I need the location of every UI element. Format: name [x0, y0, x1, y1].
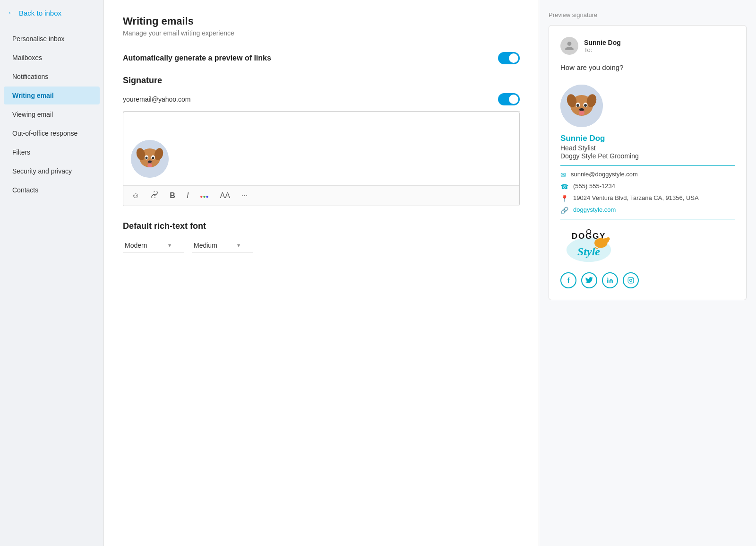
main-content: Writing emails Manage your email writing… — [104, 0, 539, 546]
font-style-label: Modern — [125, 242, 147, 249]
svg-point-32 — [632, 278, 633, 279]
sender-to: To: — [584, 46, 621, 53]
signature-email: youremail@yahoo.com — [123, 95, 190, 103]
more-button[interactable]: ··· — [240, 191, 249, 201]
email-icon: ✉ — [560, 171, 566, 179]
location-icon: 📍 — [560, 195, 568, 202]
sig-address-value: 19024 Ventura Blvd, Tarzana CA, 91356, U… — [573, 194, 699, 201]
emoji-button[interactable]: ☺ — [130, 191, 141, 201]
sender-info: Sunnie Dog To: — [584, 39, 621, 53]
sig-dog-image — [560, 85, 603, 127]
facebook-letter: f — [567, 277, 570, 284]
phone-icon: ☎ — [560, 183, 568, 191]
svg-point-18 — [584, 104, 587, 107]
font-size-button[interactable]: AA — [218, 191, 232, 201]
page-subtitle: Manage your email writing experience — [123, 29, 520, 37]
dog-avatar-image — [131, 140, 169, 178]
facebook-icon[interactable]: f — [560, 272, 576, 288]
doggy-style-logo: DOGGY Style — [560, 225, 617, 267]
link-preview-label: Automatically generate a preview of link… — [123, 53, 271, 63]
sidebar-item-viewing-email[interactable]: Viewing email — [4, 105, 100, 123]
signature-toggle[interactable] — [498, 93, 520, 105]
sidebar: ← Back to inbox Personalise inbox Mailbo… — [0, 0, 104, 546]
page-title: Writing emails — [123, 15, 520, 27]
sig-divider-bottom — [560, 219, 735, 219]
sig-avatar — [560, 85, 603, 127]
preview-label: Preview signature — [549, 11, 747, 18]
svg-point-31 — [630, 279, 632, 282]
editor-dog-avatar — [131, 140, 169, 178]
svg-point-28 — [607, 237, 610, 241]
sidebar-item-filters[interactable]: Filters — [4, 143, 100, 161]
font-size-select[interactable]: Medium ▾ — [192, 239, 253, 252]
sender-name: Sunnie Dog — [584, 39, 621, 46]
sidebar-item-personalise[interactable]: Personalise inbox — [4, 30, 100, 48]
sidebar-nav: Personalise inbox Mailboxes Notification… — [0, 26, 103, 203]
svg-point-6 — [146, 157, 148, 159]
signature-section: Signature youremail@yahoo.com — [123, 76, 520, 206]
link-icon-sig: 🔗 — [560, 207, 568, 214]
preview-card: Sunnie Dog To: How are you doing? Su — [549, 25, 747, 300]
font-size-label: Medium — [194, 242, 217, 249]
svg-point-29 — [607, 277, 608, 278]
svg-point-10 — [147, 164, 152, 167]
link-preview-toggle[interactable] — [498, 52, 520, 64]
sidebar-item-notifications[interactable]: Notifications — [4, 68, 100, 86]
link-icon — [151, 191, 158, 198]
italic-button[interactable]: I — [185, 191, 190, 201]
email-body-text: How are you doing? — [560, 63, 735, 71]
signature-editor[interactable]: ☺ B I ●●● AA ··· — [123, 112, 520, 206]
sig-contact-list: ✉ sunnie@doggystyle.com ☎ (555) 555-1234… — [560, 171, 735, 214]
signature-title: Signature — [123, 76, 520, 86]
signature-email-row: youremail@yahoo.com — [123, 93, 520, 112]
preview-panel: Preview signature Sunnie Dog To: How are… — [539, 0, 756, 546]
email-header: Sunnie Dog To: — [560, 37, 735, 55]
instagram-logo-icon — [627, 277, 634, 284]
sig-website-link[interactable]: doggystyle.com — [573, 206, 616, 213]
arrow-left-icon: ← — [8, 9, 15, 17]
sig-phone-item: ☎ (555) 555-1234 — [560, 182, 735, 191]
font-style-select[interactable]: Modern ▾ — [123, 239, 184, 252]
chevron-down-icon: ▾ — [168, 242, 171, 249]
svg-point-21 — [579, 111, 584, 115]
link-preview-setting: Automatically generate a preview of link… — [123, 52, 520, 64]
brand-logo: DOGGY Style — [560, 227, 617, 265]
twitter-icon[interactable] — [581, 272, 597, 288]
sidebar-item-out-of-office[interactable]: Out-of-office response — [4, 124, 100, 142]
toggle-slider — [498, 52, 520, 64]
sig-address-item: 📍 19024 Ventura Blvd, Tarzana CA, 91356,… — [560, 194, 735, 202]
sig-email-value: sunnie@doggystyle.com — [571, 171, 638, 178]
linkedin-icon[interactable] — [602, 272, 618, 288]
svg-point-17 — [576, 104, 579, 107]
sidebar-item-contacts[interactable]: Contacts — [4, 181, 100, 199]
editor-toolbar: ☺ B I ●●● AA ··· — [123, 185, 519, 206]
sig-email-item: ✉ sunnie@doggystyle.com — [560, 171, 735, 179]
bold-button[interactable]: B — [168, 191, 177, 201]
sig-website-item: 🔗 doggystyle.com — [560, 206, 735, 214]
instagram-icon[interactable] — [623, 272, 639, 288]
svg-point-9 — [148, 161, 152, 163]
social-icons: f — [560, 272, 735, 288]
twitter-bird-icon — [585, 277, 593, 284]
link-button[interactable] — [149, 191, 160, 201]
sig-divider-top — [560, 165, 735, 166]
font-section: Default rich-text font Modern ▾ Medium ▾ — [123, 221, 520, 252]
svg-text:Style: Style — [577, 245, 600, 258]
svg-point-7 — [152, 157, 155, 159]
colors-button[interactable]: ●●● — [198, 191, 210, 201]
sig-name: Sunnie Dog — [560, 134, 735, 143]
sig-toggle-slider — [498, 93, 520, 105]
sig-phone-value: (555) 555-1234 — [573, 182, 615, 190]
font-row: Modern ▾ Medium ▾ — [123, 239, 520, 252]
font-title: Default rich-text font — [123, 221, 520, 231]
svg-rect-30 — [628, 277, 634, 283]
sidebar-item-mailboxes[interactable]: Mailboxes — [4, 49, 100, 67]
chevron-down-icon-2: ▾ — [237, 242, 240, 249]
sidebar-item-writing-email[interactable]: Writing email — [4, 87, 100, 104]
sender-avatar — [560, 37, 578, 55]
person-icon — [564, 41, 575, 51]
editor-body — [123, 112, 519, 185]
sidebar-item-security[interactable]: Security and privacy — [4, 162, 100, 180]
sig-company: Doggy Style Pet Grooming — [560, 152, 735, 160]
back-to-inbox-button[interactable]: ← Back to inbox — [0, 0, 103, 26]
